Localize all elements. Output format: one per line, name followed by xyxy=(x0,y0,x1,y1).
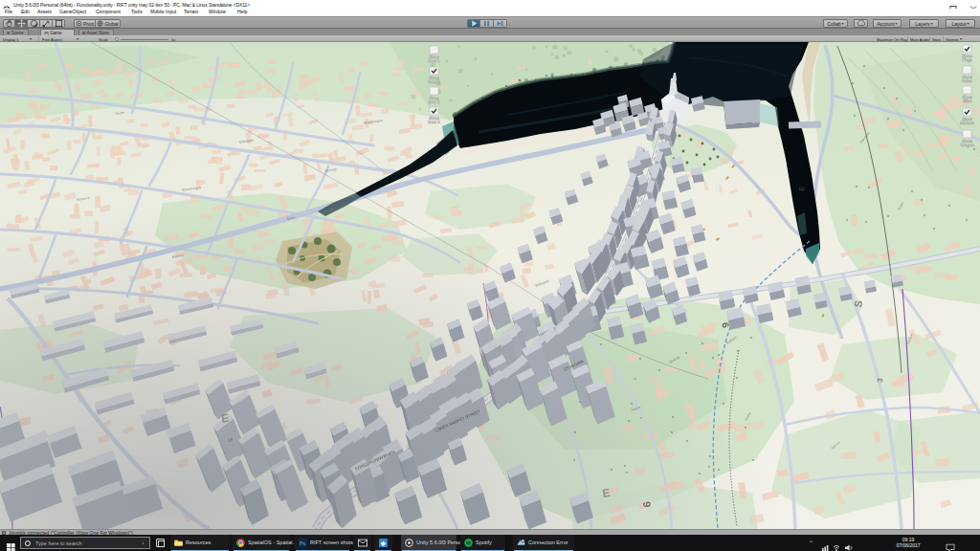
svg-text:level 1: level 1 xyxy=(428,58,440,63)
svg-text:cities: cities xyxy=(963,99,972,103)
svg-text:Markers: Markers xyxy=(960,121,974,125)
svg-text:images: images xyxy=(961,143,974,147)
svg-text:Flags: Flags xyxy=(962,57,971,62)
svg-text:6: 6 xyxy=(641,501,653,508)
svg-text:level 2: level 2 xyxy=(428,79,440,84)
svg-text:Ps: Ps xyxy=(300,540,306,546)
svg-text:level 4: level 4 xyxy=(428,120,440,124)
svg-text:level 3: level 3 xyxy=(428,99,440,104)
svg-text:trains: trains xyxy=(962,78,971,83)
